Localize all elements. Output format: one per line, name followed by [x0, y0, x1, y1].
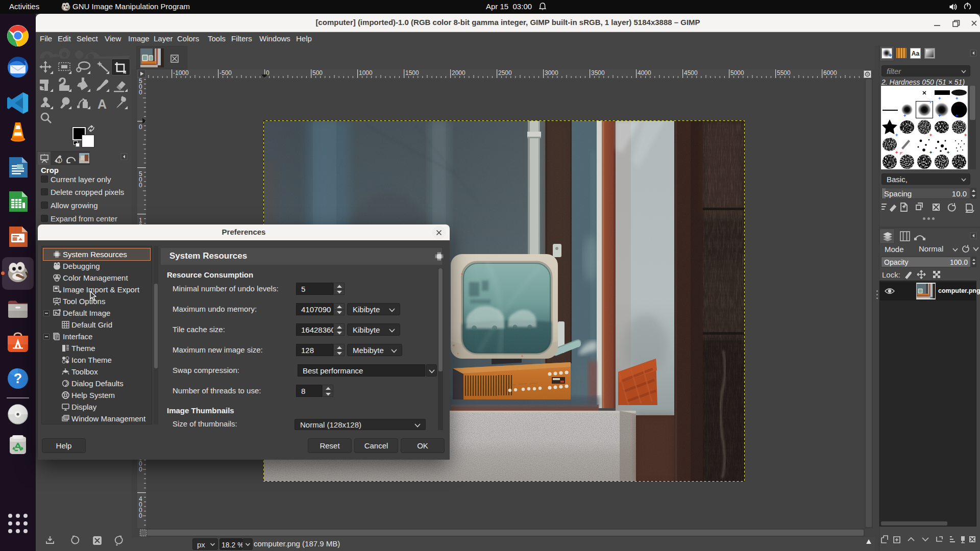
svg-text:0: 0: [139, 89, 142, 96]
svg-text:2500: 2500: [498, 69, 512, 77]
svg-text:i: i: [59, 158, 60, 163]
svg-text:-500: -500: [219, 69, 232, 77]
svg-text:+: +: [955, 96, 958, 101]
svg-text:+: +: [929, 133, 932, 138]
svg-text:+: +: [955, 113, 958, 118]
svg-text:6000: 6000: [823, 69, 837, 77]
svg-text:+: +: [903, 113, 906, 118]
svg-text:4500: 4500: [684, 69, 698, 77]
svg-text:1500: 1500: [405, 69, 419, 77]
svg-text:0: 0: [139, 123, 142, 131]
svg-text:+: +: [895, 150, 898, 155]
svg-text:Aa: Aa: [912, 50, 920, 57]
svg-text:3500: 3500: [591, 69, 605, 77]
svg-text:-1000: -1000: [173, 69, 189, 77]
svg-text:0: 0: [139, 512, 142, 519]
svg-text:5000: 5000: [730, 69, 744, 77]
svg-text:3000: 3000: [545, 69, 558, 77]
svg-text:500: 500: [312, 69, 323, 77]
svg-text:+: +: [947, 150, 949, 155]
svg-text:4000: 4000: [638, 69, 651, 77]
svg-text:+: +: [938, 96, 941, 101]
svg-text:0: 0: [139, 182, 142, 189]
svg-text:?: ?: [14, 371, 22, 386]
svg-text:5500: 5500: [777, 69, 791, 77]
svg-text:0: 0: [139, 466, 142, 473]
svg-text:+: +: [929, 150, 932, 155]
svg-text:2000: 2000: [452, 69, 465, 77]
svg-text:+: +: [938, 113, 941, 118]
svg-text:A: A: [97, 97, 107, 111]
svg-text:+: +: [895, 133, 898, 138]
svg-text:+: +: [964, 133, 967, 138]
svg-text:1000: 1000: [359, 69, 373, 77]
